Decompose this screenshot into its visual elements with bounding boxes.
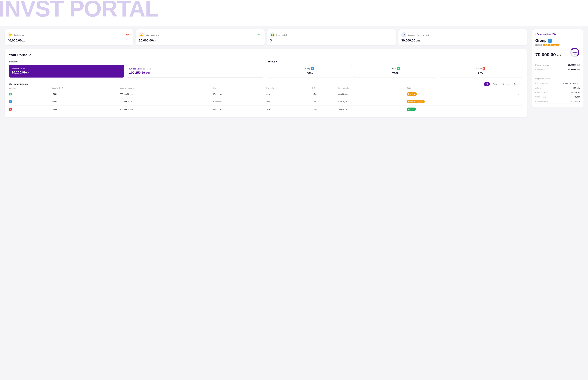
- requestor-rows: Company Name بقالة عفاف للمنتجات السورية…: [535, 81, 580, 104]
- donut-chart: 7 months left: [570, 47, 580, 57]
- principle-label: Principle amount: [535, 64, 549, 66]
- filter-tab-active[interactable]: Active: [491, 82, 500, 86]
- opp-status: Under Repayment: [407, 98, 518, 106]
- wallet-sublabel: (Not invested yet): [143, 68, 156, 70]
- repaid-row: Repaid Under Repayment: [535, 44, 580, 46]
- total-investment-icon: 💰: [139, 32, 144, 38]
- total-earned-value: 40,000.00SAR: [8, 39, 130, 42]
- balance-area: Balance Portfolio Value 20,250.99 SAR Wa…: [9, 60, 264, 78]
- filter-tabs: All Active Closed Pending: [484, 82, 523, 86]
- group-a-badge: A: [311, 67, 314, 70]
- breadcrumb[interactable]: ‹ Opportunities / HF001: [535, 33, 580, 36]
- total-earned-label: Total earned: [14, 34, 125, 36]
- row-chevron-icon[interactable]: ›: [518, 100, 519, 103]
- profit-value: 20,000.00 SAR: [568, 68, 580, 71]
- req-label: CR Issue City: [535, 96, 546, 98]
- loan-funded-card: 💵 Loan funded 3: [267, 29, 396, 45]
- category-badge: B: [9, 93, 12, 95]
- opportunities-header: My Opportunities All Active Closed Pendi…: [9, 82, 523, 86]
- filter-tab-closed[interactable]: Closed: [501, 82, 511, 86]
- principle-row: Principle amount 50,000.00 SAR: [535, 63, 580, 67]
- expected-repayment-value: 30,000.00SAR: [401, 39, 524, 42]
- main-layout: 💛 Total earned 30%↓ 40,000.00SAR 💰 Total…: [0, 26, 588, 121]
- req-value: بقالة عفاف للمنتجات السورية: [559, 83, 580, 85]
- hero-background-text: INVST PORTAL: [0, 0, 158, 20]
- opp-invested-date: Sep 20, 2022: [338, 90, 406, 98]
- requestor-field-row: Annual Revenue 135,532.00 SAR: [535, 99, 580, 104]
- opp-category: C: [9, 106, 52, 113]
- balance-title: Balance: [9, 60, 264, 63]
- stat-cards: 💛 Total earned 30%↓ 40,000.00SAR 💰 Total…: [5, 29, 527, 45]
- opp-tenor: 12 months: [213, 90, 266, 98]
- req-value: 135,532.00 SAR: [567, 100, 580, 102]
- breadcrumb-back-icon[interactable]: ‹: [535, 33, 536, 36]
- opp-invested-date: Sep 20, 2022: [338, 106, 406, 113]
- left-panel: 💛 Total earned 30%↓ 40,000.00SAR 💰 Total…: [5, 29, 532, 117]
- opp-chevron[interactable]: ›: [518, 98, 523, 106]
- total-earned-card: 💛 Total earned 30%↓ 40,000.00SAR: [5, 29, 134, 45]
- opp-profit-rate: 20%: [266, 106, 312, 113]
- requestor-field-row: Company Name بقالة عفاف للمنتجات السورية: [535, 81, 580, 86]
- repaid-status-badge: Under Repayment: [543, 44, 559, 46]
- req-label: Annual Revenue: [535, 100, 548, 102]
- row-chevron-icon[interactable]: ›: [518, 93, 519, 95]
- expected-repayment-label: Expected total repayment: [408, 34, 524, 36]
- stat-card-header-repayment: ⏱ Expected total repayment: [401, 32, 524, 38]
- col-category: Category: [9, 86, 52, 90]
- table-row[interactable]: A HF002 200,000.00 SAR 12 months 20% 1.5…: [9, 98, 523, 106]
- loan-funded-icon: 💵: [270, 32, 275, 38]
- expected-repayment-icon: ⏱: [401, 32, 406, 38]
- balance-strategy-row: Balance Portfolio Value 20,250.99 SAR Wa…: [9, 60, 523, 78]
- opp-tenor: 12 months: [213, 106, 266, 113]
- table-row[interactable]: B HF001 200,000.00 SAR 12 months 20% 1.5…: [9, 90, 523, 98]
- status-badge: Pending: [407, 92, 417, 96]
- repaid-amount: 70,000.00 SAR: [535, 52, 561, 57]
- strategy-cards: Group A 60% Group B 20%: [268, 65, 523, 78]
- category-badge: C: [9, 108, 12, 111]
- opp-status: Pending: [407, 90, 518, 98]
- strategy-area: Strategy Group A 60% Group: [268, 60, 523, 78]
- wallet-balance-card: Wallet Balance (Not invested yet) 100,25…: [126, 65, 264, 77]
- total-earned-icon: 💛: [8, 32, 13, 38]
- opp-chevron[interactable]: ›: [518, 106, 523, 113]
- group-title-row: Group A: [535, 38, 580, 43]
- col-action: [518, 86, 523, 90]
- opp-profit-rate: 20%: [266, 98, 312, 106]
- strategy-pct-a: 60%: [270, 72, 349, 75]
- table-row[interactable]: C HF004 200,000.00 SAR 12 months 20% 1.5…: [9, 106, 523, 113]
- profit-amount-label: Profit amount: [535, 68, 546, 71]
- opportunities-title: My Opportunities: [9, 83, 28, 85]
- portfolio-title: Your Portfolio: [9, 53, 523, 57]
- repaid-amount-row: 70,000.00 SAR 7 months left: [535, 47, 580, 57]
- opp-chevron[interactable]: ›: [518, 90, 523, 98]
- filter-tab-pending[interactable]: Pending: [512, 82, 523, 86]
- expected-repayment-card: ⏱ Expected total repayment 30,000.00SAR: [398, 29, 527, 45]
- strategy-card-b: Group B 20%: [353, 65, 438, 78]
- loan-funded-value: 3: [270, 39, 393, 42]
- row-chevron-icon[interactable]: ›: [518, 108, 519, 110]
- col-status: Status: [407, 86, 518, 90]
- req-value: Riyadh: [574, 96, 580, 98]
- balance-cards: Portfolio Value 20,250.99 SAR Wallet Bal…: [9, 65, 264, 77]
- stat-card-header-investment: 💰 Total investment 30%↑: [139, 32, 262, 38]
- group-b-badge: B: [397, 67, 400, 70]
- req-label: CR Issue Date: [535, 92, 547, 94]
- opp-id: HF001: [52, 90, 120, 98]
- opp-id: HF002: [52, 98, 120, 106]
- strategy-card-a: Group A 60%: [268, 65, 352, 78]
- total-investment-badge: 30%↑: [257, 34, 262, 36]
- wallet-amount: 100,250.99 SAR: [129, 71, 261, 75]
- opp-profit-rate: 20%: [266, 90, 312, 98]
- opp-roi: 1.5%: [312, 106, 338, 113]
- portfolio-value-amount: 20,250.99 SAR: [12, 71, 122, 74]
- strategy-card-c: Group C 20%: [439, 65, 523, 78]
- filter-tab-all[interactable]: All: [484, 82, 490, 86]
- wallet-label-row: Wallet Balance (Not invested yet): [129, 68, 261, 70]
- total-investment-label: Total investment: [145, 34, 257, 36]
- strategy-pct-b: 20%: [356, 72, 435, 75]
- stat-card-header-loan: 💵 Loan funded: [270, 32, 393, 38]
- opp-category: A: [9, 98, 52, 106]
- req-label: Company Name: [535, 83, 548, 85]
- donut-center-text: 7 months left: [572, 50, 578, 55]
- req-value: ISIC Info: [573, 87, 580, 89]
